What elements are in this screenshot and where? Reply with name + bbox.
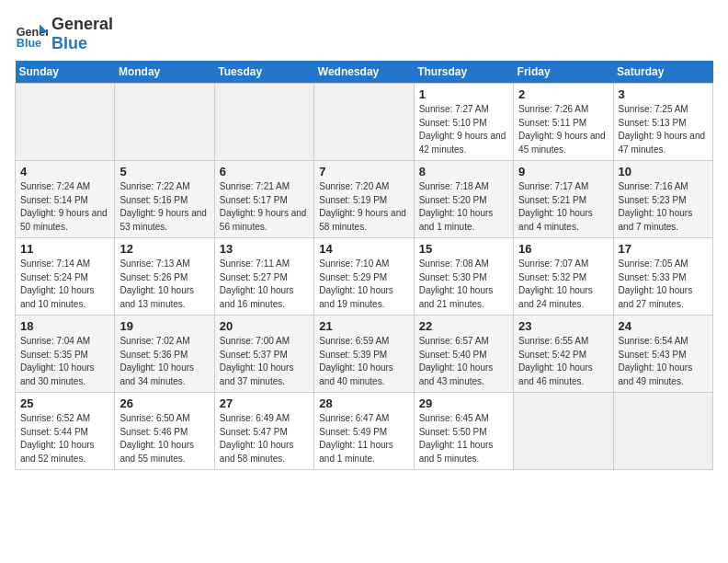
calendar-cell [514, 393, 613, 470]
calendar-header: SundayMondayTuesdayWednesdayThursdayFrid… [16, 61, 713, 84]
day-number: 6 [220, 165, 309, 178]
calendar-cell: 13Sunrise: 7:11 AMSunset: 5:27 PMDayligh… [214, 238, 313, 316]
calendar-week-1: 1Sunrise: 7:27 AMSunset: 5:10 PMDaylight… [16, 84, 713, 161]
day-info: Sunrise: 6:54 AMSunset: 5:43 PMDaylight:… [619, 335, 708, 388]
day-number: 17 [619, 242, 708, 256]
day-number: 4 [20, 165, 109, 178]
calendar-cell: 12Sunrise: 7:13 AMSunset: 5:26 PMDayligh… [115, 238, 214, 316]
day-info: Sunrise: 7:10 AMSunset: 5:29 PMDaylight:… [319, 258, 408, 311]
day-number: 18 [20, 319, 109, 333]
day-info: Sunrise: 7:00 AMSunset: 5:37 PMDaylight:… [220, 335, 309, 388]
calendar-cell [16, 84, 115, 161]
day-number: 26 [119, 396, 209, 410]
calendar-week-3: 11Sunrise: 7:14 AMSunset: 5:24 PMDayligh… [16, 238, 713, 316]
day-info: Sunrise: 6:50 AMSunset: 5:46 PMDaylight:… [119, 412, 209, 465]
day-info: Sunrise: 7:16 AMSunset: 5:23 PMDaylight:… [619, 180, 708, 234]
day-number: 10 [619, 165, 708, 178]
calendar-cell: 20Sunrise: 7:00 AMSunset: 5:37 PMDayligh… [214, 316, 313, 393]
day-number: 20 [220, 319, 309, 333]
day-info: Sunrise: 7:18 AMSunset: 5:20 PMDaylight:… [419, 180, 508, 234]
page-header: General Blue General Blue [15, 15, 713, 53]
calendar-cell: 6Sunrise: 7:21 AMSunset: 5:17 PMDaylight… [214, 161, 313, 238]
day-info: Sunrise: 7:05 AMSunset: 5:33 PMDaylight:… [619, 258, 708, 311]
day-number: 28 [319, 396, 408, 410]
day-number: 9 [518, 165, 608, 178]
day-number: 7 [319, 165, 408, 178]
calendar-cell: 23Sunrise: 6:55 AMSunset: 5:42 PMDayligh… [514, 316, 613, 393]
day-number: 1 [419, 87, 508, 101]
calendar-cell: 19Sunrise: 7:02 AMSunset: 5:36 PMDayligh… [115, 316, 214, 393]
calendar-cell: 18Sunrise: 7:04 AMSunset: 5:35 PMDayligh… [16, 316, 115, 393]
day-number: 11 [20, 242, 109, 256]
logo: General Blue General Blue [15, 15, 113, 53]
calendar-cell: 17Sunrise: 7:05 AMSunset: 5:33 PMDayligh… [613, 238, 712, 316]
day-info: Sunrise: 7:14 AMSunset: 5:24 PMDaylight:… [20, 258, 109, 311]
calendar-cell: 9Sunrise: 7:17 AMSunset: 5:21 PMDaylight… [514, 161, 613, 238]
calendar-week-2: 4Sunrise: 7:24 AMSunset: 5:14 PMDaylight… [16, 161, 713, 238]
calendar-cell: 7Sunrise: 7:20 AMSunset: 5:19 PMDaylight… [314, 161, 414, 238]
day-info: Sunrise: 7:02 AMSunset: 5:36 PMDaylight:… [119, 335, 209, 388]
calendar-cell: 22Sunrise: 6:57 AMSunset: 5:40 PMDayligh… [414, 316, 513, 393]
day-info: Sunrise: 7:13 AMSunset: 5:26 PMDaylight:… [119, 258, 209, 311]
day-info: Sunrise: 7:20 AMSunset: 5:19 PMDaylight:… [319, 180, 408, 234]
calendar-cell: 27Sunrise: 6:49 AMSunset: 5:47 PMDayligh… [214, 393, 313, 470]
day-number: 23 [518, 319, 608, 333]
day-number: 8 [419, 165, 508, 178]
calendar-week-4: 18Sunrise: 7:04 AMSunset: 5:35 PMDayligh… [16, 316, 713, 393]
day-info: Sunrise: 6:59 AMSunset: 5:39 PMDaylight:… [319, 335, 408, 388]
day-number: 12 [119, 242, 209, 256]
day-info: Sunrise: 7:04 AMSunset: 5:35 PMDaylight:… [20, 335, 109, 388]
weekday-header-friday: Friday [514, 61, 613, 84]
day-number: 2 [518, 87, 608, 101]
logo-blue: Blue [51, 34, 113, 53]
day-number: 14 [319, 242, 408, 256]
weekday-header-monday: Monday [115, 61, 214, 84]
day-number: 22 [419, 319, 508, 333]
calendar-cell: 3Sunrise: 7:25 AMSunset: 5:13 PMDaylight… [613, 84, 712, 161]
day-number: 3 [619, 87, 708, 101]
calendar-cell: 4Sunrise: 7:24 AMSunset: 5:14 PMDaylight… [16, 161, 115, 238]
day-number: 15 [419, 242, 508, 256]
calendar-cell: 16Sunrise: 7:07 AMSunset: 5:32 PMDayligh… [514, 238, 613, 316]
svg-text:Blue: Blue [17, 37, 41, 50]
day-number: 19 [119, 319, 209, 333]
weekday-header-sunday: Sunday [16, 61, 115, 84]
day-info: Sunrise: 7:11 AMSunset: 5:27 PMDaylight:… [220, 258, 309, 311]
day-info: Sunrise: 6:49 AMSunset: 5:47 PMDaylight:… [220, 412, 309, 465]
day-info: Sunrise: 7:26 AMSunset: 5:11 PMDaylight:… [518, 103, 608, 156]
calendar-cell: 21Sunrise: 6:59 AMSunset: 5:39 PMDayligh… [314, 316, 414, 393]
logo-general: General [51, 15, 113, 34]
day-number: 21 [319, 319, 408, 333]
logo-icon: General Blue [15, 17, 48, 51]
day-number: 16 [518, 242, 608, 256]
day-number: 27 [220, 396, 309, 410]
day-number: 25 [20, 396, 109, 410]
calendar-cell: 14Sunrise: 7:10 AMSunset: 5:29 PMDayligh… [314, 238, 414, 316]
calendar-cell [214, 84, 313, 161]
calendar-week-5: 25Sunrise: 6:52 AMSunset: 5:44 PMDayligh… [16, 393, 713, 470]
weekday-header-saturday: Saturday [613, 61, 712, 84]
calendar-cell [613, 393, 712, 470]
weekday-header-tuesday: Tuesday [214, 61, 313, 84]
day-info: Sunrise: 7:22 AMSunset: 5:16 PMDaylight:… [119, 180, 209, 234]
day-info: Sunrise: 7:24 AMSunset: 5:14 PMDaylight:… [20, 180, 109, 234]
calendar-cell: 25Sunrise: 6:52 AMSunset: 5:44 PMDayligh… [16, 393, 115, 470]
calendar-body: 1Sunrise: 7:27 AMSunset: 5:10 PMDaylight… [16, 84, 713, 470]
calendar-cell: 24Sunrise: 6:54 AMSunset: 5:43 PMDayligh… [613, 316, 712, 393]
day-info: Sunrise: 6:45 AMSunset: 5:50 PMDaylight:… [419, 412, 508, 465]
day-info: Sunrise: 7:08 AMSunset: 5:30 PMDaylight:… [419, 258, 508, 311]
calendar-cell: 8Sunrise: 7:18 AMSunset: 5:20 PMDaylight… [414, 161, 513, 238]
day-info: Sunrise: 7:25 AMSunset: 5:13 PMDaylight:… [619, 103, 708, 156]
calendar-cell: 29Sunrise: 6:45 AMSunset: 5:50 PMDayligh… [414, 393, 513, 470]
calendar-cell: 5Sunrise: 7:22 AMSunset: 5:16 PMDaylight… [115, 161, 214, 238]
calendar-cell: 2Sunrise: 7:26 AMSunset: 5:11 PMDaylight… [514, 84, 613, 161]
day-number: 5 [119, 165, 209, 178]
day-number: 24 [619, 319, 708, 333]
day-info: Sunrise: 6:47 AMSunset: 5:49 PMDaylight:… [319, 412, 408, 465]
day-info: Sunrise: 7:21 AMSunset: 5:17 PMDaylight:… [220, 180, 309, 234]
day-number: 29 [419, 396, 508, 410]
calendar-cell: 26Sunrise: 6:50 AMSunset: 5:46 PMDayligh… [115, 393, 214, 470]
calendar-cell [314, 84, 414, 161]
weekday-header-thursday: Thursday [414, 61, 513, 84]
calendar-cell: 28Sunrise: 6:47 AMSunset: 5:49 PMDayligh… [314, 393, 414, 470]
